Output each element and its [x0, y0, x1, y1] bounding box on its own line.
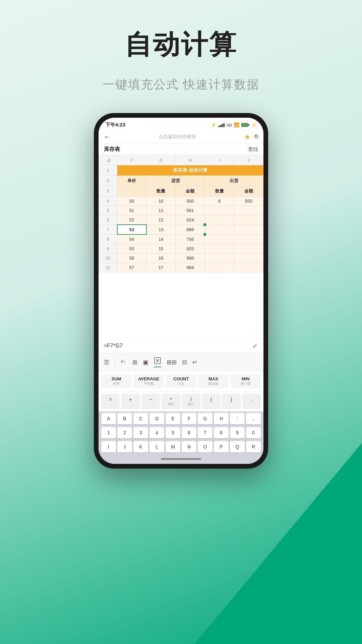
cell-h5[interactable]: 561	[176, 206, 205, 215]
kb-table-icon[interactable]: ⊟	[182, 359, 187, 366]
col-header-i[interactable]: I	[205, 155, 234, 165]
cell-h8[interactable]: 756	[176, 234, 205, 244]
cell-j8[interactable]	[234, 234, 263, 244]
cell-h6[interactable]: 624	[176, 215, 205, 225]
key-7[interactable]: 7	[198, 427, 213, 438]
col-header-h[interactable]: H	[176, 155, 205, 165]
op-rparen-button[interactable]: )	[222, 394, 241, 409]
op-divide-button[interactable]: /除以	[182, 394, 200, 409]
cell-g3[interactable]: 数量	[146, 186, 176, 197]
cell-j11[interactable]	[234, 263, 263, 272]
cell-f6[interactable]: 52	[117, 215, 146, 225]
key-p[interactable]: P	[214, 441, 229, 452]
fn-average-button[interactable]: AVERAGE 平均数	[133, 374, 164, 388]
kb-enter-icon[interactable]: ↵	[192, 359, 197, 366]
cell-i7[interactable]	[205, 225, 234, 234]
cell-g11[interactable]: 17	[146, 263, 176, 272]
formula-confirm-icon[interactable]: ✓	[252, 342, 258, 350]
back-icon[interactable]: ←	[104, 133, 110, 141]
kb-cells-icon[interactable]: ⊞⊞	[167, 359, 177, 366]
cell-f11[interactable]: 57	[117, 263, 146, 272]
star-icon[interactable]: ★	[244, 133, 250, 141]
cell-j5[interactable]	[234, 206, 263, 215]
cell-g6[interactable]: 12	[146, 215, 176, 225]
key-1[interactable]: 1	[101, 427, 116, 438]
cell-g9[interactable]: 15	[146, 244, 176, 254]
cell-j4[interactable]: 550	[234, 197, 263, 206]
cell-f10[interactable]: 56	[117, 254, 146, 263]
cell-f5[interactable]: 51	[117, 206, 146, 215]
cell-i8[interactable]	[205, 234, 234, 244]
cell-f4[interactable]: 50	[117, 197, 146, 206]
kb-menu-icon[interactable]: ☰	[104, 359, 109, 366]
key-r[interactable]: R	[246, 441, 261, 452]
key-e[interactable]: E	[166, 413, 180, 424]
cell-i10[interactable]	[205, 254, 234, 263]
kb-grid-icon[interactable]: ⊞	[132, 359, 137, 366]
cell-g10[interactable]: 16	[146, 254, 176, 263]
cell-i5[interactable]	[205, 206, 234, 215]
cell-i2[interactable]: 出货	[205, 176, 263, 186]
key-0[interactable]: 0	[246, 427, 261, 438]
cell-j6[interactable]	[234, 215, 263, 225]
key-f[interactable]: F	[182, 413, 196, 424]
fn-sum-button[interactable]: SUM 求和	[101, 374, 131, 388]
cell-i9[interactable]	[205, 244, 234, 254]
key-4[interactable]: 4	[149, 427, 164, 438]
cell-j7[interactable]	[234, 225, 263, 234]
key-n[interactable]: N	[182, 441, 196, 452]
key-h[interactable]: H	[214, 413, 229, 424]
op-lparen-button[interactable]: (	[202, 394, 221, 409]
key-3[interactable]: 3	[133, 427, 148, 438]
col-header-j[interactable]: J	[234, 155, 263, 165]
cell-f7[interactable]: 53	[117, 225, 146, 234]
share-icon[interactable]: ⎋	[254, 133, 258, 141]
cell-j10[interactable]	[234, 254, 263, 263]
cell-f3[interactable]	[117, 186, 146, 197]
key-o[interactable]: O	[198, 441, 213, 452]
col-header-f[interactable]: F	[117, 155, 146, 165]
key-6[interactable]: 6	[182, 427, 196, 438]
formula-text[interactable]: =F7*G7	[104, 343, 123, 349]
cell-f9[interactable]: 55	[117, 244, 146, 254]
key-l[interactable]: L	[149, 441, 164, 452]
cell-h3[interactable]: 金额	[176, 186, 205, 197]
find-button[interactable]: 查找	[248, 146, 258, 153]
cell-g8[interactable]: 14	[146, 234, 176, 244]
cell-g2[interactable]: 进货	[146, 176, 205, 186]
key-2[interactable]: 2	[117, 427, 132, 438]
cell-h4[interactable]: 500	[176, 197, 205, 206]
key-m[interactable]: M	[166, 441, 180, 452]
fn-count-button[interactable]: COUNT 计次	[166, 374, 196, 388]
fn-max-button[interactable]: MAX 最大值	[198, 374, 228, 388]
cell-j3[interactable]: 金额	[234, 186, 263, 197]
cell-h9[interactable]: 825	[176, 244, 205, 254]
key-a[interactable]: A	[101, 413, 116, 424]
cell-f2[interactable]: 单价	[117, 176, 146, 186]
op-equals-button[interactable]: =	[101, 394, 120, 409]
cell-i4[interactable]: 6	[205, 197, 234, 206]
cell-g7[interactable]: 13	[146, 225, 176, 234]
op-plus-button[interactable]: +	[121, 394, 140, 409]
cell-f8[interactable]: 54	[117, 234, 146, 244]
cell-h10[interactable]: 896	[176, 254, 205, 263]
key-g[interactable]: G	[198, 413, 213, 424]
key-k[interactable]: K	[133, 441, 148, 452]
key-b[interactable]: B	[117, 413, 132, 424]
kb-cell-icon[interactable]: ▣	[143, 359, 148, 366]
fn-min-button[interactable]: MIN 最小值	[231, 374, 261, 388]
op-multiply-button[interactable]: *乘以	[162, 394, 180, 409]
kb-text-icon[interactable]: A↑	[120, 358, 127, 366]
cell-h7[interactable]: 689	[176, 225, 205, 234]
key-5[interactable]: 5	[166, 427, 180, 438]
key-i[interactable]: I	[101, 441, 116, 452]
key-j[interactable]: J	[117, 441, 132, 452]
op-minus-button[interactable]: −	[141, 394, 160, 409]
op-dot-button[interactable]: .	[242, 394, 261, 409]
key-q[interactable]: Q	[230, 441, 245, 452]
cell-j9[interactable]	[234, 244, 263, 254]
cell-i11[interactable]	[205, 263, 234, 272]
kb-formula-icon[interactable]	[154, 357, 161, 367]
key-comma[interactable]: ,	[246, 413, 261, 424]
col-header-g[interactable]: G	[146, 155, 176, 165]
